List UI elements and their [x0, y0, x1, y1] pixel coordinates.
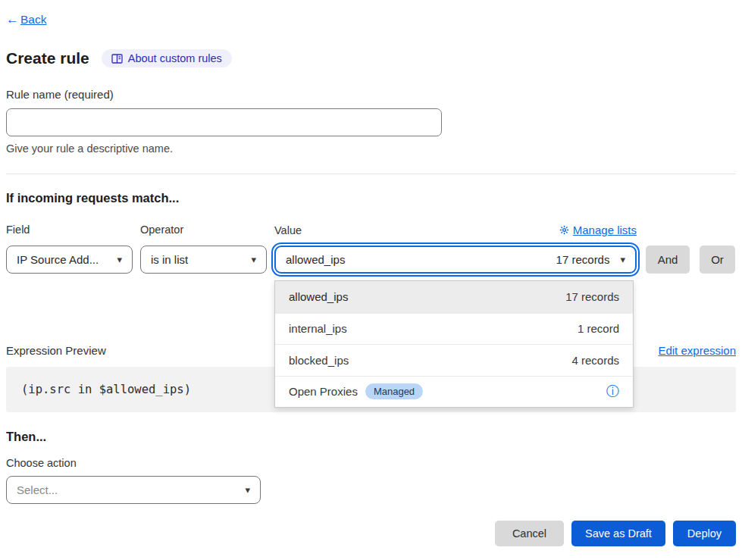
list-item-name: internal_ips — [289, 322, 347, 335]
field-select-value: IP Source Add... — [17, 253, 99, 266]
list-item-records: 4 records — [571, 354, 619, 367]
value-select-value: allowed_ips — [286, 253, 345, 266]
operator-select[interactable]: is in list ▾ — [140, 246, 267, 274]
list-item-blocked-ips[interactable]: blocked_ips 4 records — [275, 344, 633, 376]
rule-name-helper: Give your rule a descriptive name. — [6, 142, 736, 155]
list-item-open-proxies[interactable]: Open Proxies Managed ⓘ — [275, 376, 633, 408]
list-item-allowed-ips[interactable]: allowed_ips 17 records — [275, 281, 633, 313]
or-button[interactable]: Or — [700, 246, 735, 274]
list-item-name: Open Proxies — [289, 385, 358, 398]
title-row: Create rule About custom rules — [6, 49, 736, 67]
page-title: Create rule — [6, 49, 89, 67]
list-item-name: blocked_ips — [289, 354, 349, 367]
about-custom-rules-link[interactable]: About custom rules — [102, 49, 232, 67]
then-heading: Then... — [6, 430, 736, 444]
and-button[interactable]: And — [646, 246, 690, 274]
list-item-records: 1 record — [578, 322, 619, 335]
chevron-down-icon: ▾ — [620, 254, 625, 265]
list-item-left: Open Proxies Managed — [289, 383, 423, 399]
condition-controls-row: IP Source Add... ▾ is in list ▾ allowed_… — [6, 246, 736, 274]
create-rule-page: ← Back Create rule About custom rules Ru… — [0, 0, 742, 560]
deploy-button[interactable]: Deploy — [673, 521, 736, 546]
chevron-down-icon: ▾ — [251, 254, 256, 265]
match-heading: If incoming requests match... — [6, 191, 736, 205]
managed-badge: Managed — [365, 383, 423, 399]
gear-icon — [559, 225, 569, 235]
chevron-down-icon: ▾ — [117, 254, 122, 265]
list-item-records: 17 records — [565, 290, 619, 303]
chevron-down-icon: ▾ — [245, 484, 250, 496]
value-select-records: 17 records — [556, 253, 610, 266]
lists-dropdown: allowed_ips 17 records internal_ips 1 re… — [274, 280, 634, 408]
about-custom-rules-label: About custom rules — [128, 52, 222, 64]
back-link[interactable]: ← Back — [6, 12, 46, 27]
footer-actions: Cancel Save as Draft Deploy — [6, 521, 736, 546]
value-select-wrap: allowed_ips 17 records ▾ allowed_ips 17 … — [274, 246, 637, 274]
field-label: Field — [6, 224, 140, 236]
save-as-draft-button[interactable]: Save as Draft — [571, 521, 665, 546]
value-select-right: 17 records ▾ — [556, 253, 625, 266]
manage-lists-label: Manage lists — [573, 224, 637, 236]
book-icon — [111, 54, 123, 64]
rule-name-input[interactable] — [6, 108, 442, 136]
value-label-row: Value Manage lists — [274, 224, 637, 236]
list-item-name: allowed_ips — [289, 290, 348, 303]
manage-lists-link[interactable]: Manage lists — [559, 224, 637, 236]
field-select[interactable]: IP Source Add... ▾ — [6, 246, 133, 274]
action-select[interactable]: Select... ▾ — [6, 476, 261, 504]
value-select[interactable]: allowed_ips 17 records ▾ — [274, 246, 637, 274]
choose-action-label: Choose action — [6, 457, 736, 469]
operator-label: Operator — [140, 224, 274, 236]
action-select-placeholder: Select... — [17, 483, 58, 496]
info-icon[interactable]: ⓘ — [606, 385, 619, 398]
operator-select-value: is in list — [151, 253, 188, 266]
back-link-label: Back — [20, 13, 46, 27]
expression-code: (ip.src in $allowed_ips) — [21, 383, 191, 396]
value-label: Value — [274, 224, 302, 236]
cancel-button[interactable]: Cancel — [495, 521, 564, 546]
rule-name-group: Rule name (required) Give your rule a de… — [6, 88, 736, 155]
back-arrow-icon: ← — [6, 12, 19, 27]
list-item-internal-ips[interactable]: internal_ips 1 record — [275, 313, 633, 345]
expression-preview-label: Expression Preview — [6, 344, 106, 357]
condition-labels-row: Field Operator Value Manage lists — [6, 224, 736, 236]
edit-expression-link[interactable]: Edit expression — [658, 344, 736, 357]
section-divider — [6, 174, 736, 174]
rule-name-label: Rule name (required) — [6, 88, 114, 101]
